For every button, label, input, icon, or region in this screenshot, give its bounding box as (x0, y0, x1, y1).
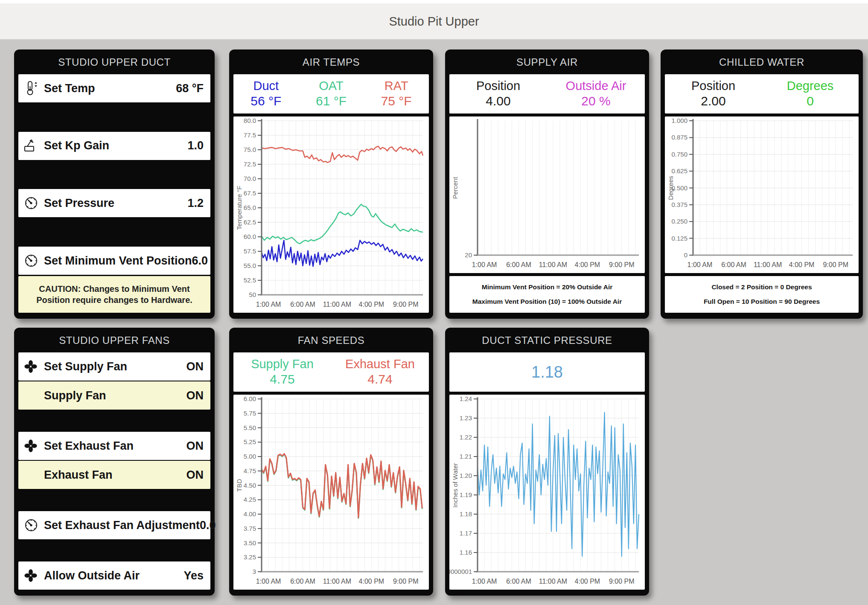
set-exhaust-fan-row[interactable]: Set Exhaust Fan ON (18, 432, 210, 460)
svg-text:Temperature °F: Temperature °F (236, 186, 243, 230)
svg-text:1.000: 1.000 (671, 117, 687, 124)
set-kp-gain-row[interactable]: Set Kp Gain 1.0 (18, 132, 210, 160)
set-supply-fan-label: Set Supply Fan (44, 360, 186, 373)
panel-title: STUDIO UPPER DUCT (18, 56, 210, 68)
exhaust-fan-status-row: Exhaust Fan ON (18, 461, 210, 489)
exhaust-fan-status-label: Exhaust Fan (44, 468, 186, 482)
panel-title: STUDIO UPPER FANS (18, 334, 210, 346)
title-bar: Studio Pit Upper (0, 3, 868, 39)
svg-text:Percent: Percent (451, 177, 459, 199)
svg-text:1.23: 1.23 (460, 414, 472, 422)
svg-text:50: 50 (249, 291, 256, 298)
chilled-water-notes: Closed = 2 Position = 0 Degrees Full Ope… (665, 276, 859, 313)
svg-text:4:00 PM: 4:00 PM (575, 578, 600, 585)
svg-text:1.16: 1.16 (460, 549, 472, 556)
svg-text:6:00 AM: 6:00 AM (721, 261, 746, 268)
svg-text:5.00: 5.00 (244, 453, 256, 460)
legend-position: Position 4.00 (449, 79, 547, 108)
gauge-icon (23, 253, 41, 269)
svg-text:6.00: 6.00 (244, 395, 256, 402)
svg-text:6:00 AM: 6:00 AM (506, 261, 531, 268)
svg-text:55.0: 55.0 (244, 262, 256, 269)
svg-text:1.20: 1.20 (460, 472, 472, 479)
set-exhaust-fan-label: Set Exhaust Fan (44, 439, 186, 453)
svg-text:Degrees: Degrees (667, 176, 674, 200)
supply-air-chart: 201:00 AM6:00 AM11:00 AM4:00 PM9:00 PMPe… (449, 116, 645, 273)
svg-text:6:00 AM: 6:00 AM (290, 578, 315, 585)
gauge-icon (23, 517, 41, 533)
set-kp-gain-label: Set Kp Gain (44, 139, 187, 152)
set-minimum-vent-position-row[interactable]: Set Minimum Vent Position 6.0 (18, 247, 210, 275)
svg-text:11:00 AM: 11:00 AM (754, 261, 782, 268)
svg-text:3.75: 3.75 (244, 525, 256, 532)
panel-title: FAN SPEEDS (233, 334, 429, 346)
svg-text:1:00 AM: 1:00 AM (256, 301, 281, 308)
allow-outside-air-value: Yes (184, 569, 204, 582)
svg-text:65.0: 65.0 (244, 204, 256, 211)
svg-text:3: 3 (253, 568, 256, 575)
legend-position: Position 2.00 (665, 79, 762, 108)
set-exhaust-fan-adjustment-row[interactable]: Set Exhaust Fan Adjustment 0.0 (18, 511, 210, 539)
set-temp-label: Set Temp (44, 82, 176, 95)
fan-speeds-legend: Supply Fan 4.75 Exhaust Fan 4.74 (233, 352, 429, 392)
panel-supply-air: SUPPLY AIR Position 4.00 Outside Air 20 … (445, 49, 649, 319)
svg-text:1:00 AM: 1:00 AM (472, 578, 497, 585)
supply-air-legend: Position 4.00 Outside Air 20 % (449, 74, 645, 113)
panel-title: DUCT STATIC PRESSURE (449, 334, 645, 346)
svg-text:4.75: 4.75 (244, 467, 256, 474)
svg-text:9:00 PM: 9:00 PM (609, 578, 635, 585)
svg-text:11:00 AM: 11:00 AM (539, 261, 567, 268)
svg-text:1:00 AM: 1:00 AM (472, 261, 497, 268)
svg-text:4:00 PM: 4:00 PM (789, 261, 815, 268)
dashboard: Studio Pit Upper STUDIO UPPER DUCT Set T… (0, 0, 868, 605)
svg-text:4:00 PM: 4:00 PM (575, 261, 600, 268)
svg-text:4:00 PM: 4:00 PM (359, 301, 384, 308)
panel-studio-upper-duct: STUDIO UPPER DUCT Set Temp 68 °F (14, 49, 215, 319)
svg-text:72.5: 72.5 (244, 160, 256, 168)
svg-text:1:00 AM: 1:00 AM (687, 261, 713, 268)
fan-speeds-chart: 33.253.503.754.004.254.504.755.005.255.5… (233, 395, 429, 590)
page-title: Studio Pit Upper (389, 15, 479, 29)
svg-text:11:00 AM: 11:00 AM (539, 578, 567, 585)
svg-text:0.750: 0.750 (671, 151, 687, 158)
svg-text:62.5: 62.5 (244, 218, 256, 226)
exhaust-fan-status-value: ON (186, 468, 204, 482)
set-supply-fan-row[interactable]: Set Supply Fan ON (18, 352, 210, 381)
panel-title: CHILLED WATER (665, 56, 859, 68)
svg-text:4:00 PM: 4:00 PM (359, 578, 384, 585)
set-pressure-row[interactable]: Set Pressure 1.2 (18, 189, 210, 217)
svg-text:75.0: 75.0 (244, 146, 256, 153)
allow-outside-air-row[interactable]: Allow Outside Air Yes (18, 561, 210, 590)
svg-text:5.50: 5.50 (244, 424, 256, 431)
panel-duct-static-pressure: DUCT STATIC PRESSURE 1.18 000000011.161.… (445, 328, 649, 596)
supply-fan-status-label: Supply Fan (44, 389, 186, 402)
set-pressure-label: Set Pressure (44, 197, 187, 210)
set-temp-row[interactable]: Set Temp 68 °F (18, 74, 210, 102)
set-supply-fan-value: ON (186, 360, 204, 373)
legend-degrees: Degrees 0 (762, 79, 859, 108)
svg-text:0: 0 (684, 251, 687, 259)
duct-static-pressure-value: 1.18 (449, 352, 645, 392)
set-minimum-vent-position-label: Set Minimum Vent Position (44, 254, 192, 268)
panel-studio-upper-fans: STUDIO UPPER FANS Set Supply Fan ON Supp… (14, 328, 215, 596)
svg-text:1.22: 1.22 (460, 433, 472, 441)
svg-text:9:00 PM: 9:00 PM (609, 261, 635, 268)
top-strip (0, 0, 868, 3)
legend-outside-air: Outside Air 20 % (547, 79, 645, 108)
air-temps-chart: 5052.555.057.560.062.565.067.570.072.575… (233, 116, 429, 313)
svg-text:80.0: 80.0 (244, 117, 256, 124)
supply-fan-status-value: ON (186, 389, 204, 402)
svg-text:TBD: TBD (236, 479, 243, 492)
duct-static-pressure-chart: 000000011.161.171.181.191.201.211.221.23… (449, 395, 645, 590)
svg-text:1.19: 1.19 (460, 491, 472, 498)
svg-text:9:00 PM: 9:00 PM (393, 301, 419, 308)
note-min-vent: Minimum Vent Position = 20% Outside Air (449, 283, 645, 291)
svg-text:9:00 PM: 9:00 PM (393, 578, 419, 585)
svg-text:20: 20 (465, 251, 472, 259)
panel-title: SUPPLY AIR (449, 56, 645, 68)
chilled-water-legend: Position 2.00 Degrees 0 (665, 74, 859, 113)
svg-text:11:00 AM: 11:00 AM (323, 301, 351, 308)
set-minimum-vent-position-value: 6.0 (192, 254, 208, 268)
supply-fan-status-row: Supply Fan ON (18, 381, 210, 410)
set-kp-gain-value: 1.0 (187, 139, 204, 152)
